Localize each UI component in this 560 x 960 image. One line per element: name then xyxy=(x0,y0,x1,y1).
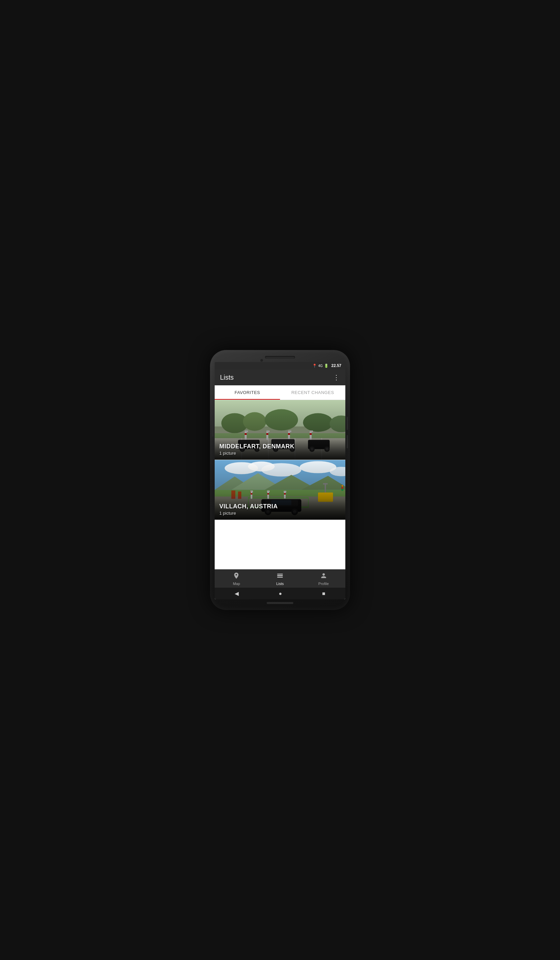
signal-icon: 4G xyxy=(318,364,323,368)
status-bar: 📍 4G 🔋 22.57 xyxy=(215,362,345,370)
power-button xyxy=(347,417,348,430)
nav-item-profile[interactable]: Profile xyxy=(302,572,345,586)
map-nav-label: Map xyxy=(233,582,240,586)
android-nav-bar: ◀ ● ■ xyxy=(215,588,345,599)
clock: 22.57 xyxy=(331,363,341,368)
profile-nav-icon xyxy=(320,572,327,580)
card-title-middelfart: MIDDELFART, DENMARK xyxy=(219,443,341,450)
battery-icon: 🔋 xyxy=(324,364,329,368)
volume-button xyxy=(212,417,213,437)
tab-favorites[interactable]: FAVORITES xyxy=(215,386,280,400)
home-button[interactable]: ● xyxy=(279,590,282,597)
card-subtitle-villach: 1 picture xyxy=(219,510,341,516)
phone-microphone xyxy=(267,602,293,604)
app-title: Lists xyxy=(220,374,234,381)
status-icons: 📍 4G 🔋 22.57 xyxy=(312,363,341,368)
volume-down-button xyxy=(347,435,348,448)
list-content: MIDDELFART, DENMARK 1 picture xyxy=(215,400,345,569)
back-button[interactable]: ◀ xyxy=(235,590,238,597)
tabs-container: FAVORITES RECENT CHANGES xyxy=(215,386,345,400)
more-menu-button[interactable]: ⋮ xyxy=(333,373,340,381)
card-overlay-villach: VILLACH, AUSTRIA 1 picture xyxy=(215,499,345,520)
card-subtitle-middelfart: 1 picture xyxy=(219,451,341,456)
speaker xyxy=(265,356,295,359)
lists-nav-icon xyxy=(276,572,284,580)
card-overlay-middelfart: MIDDELFART, DENMARK 1 picture xyxy=(215,439,345,460)
tab-recent-changes[interactable]: RECENT CHANGES xyxy=(280,386,345,400)
profile-nav-label: Profile xyxy=(318,582,329,586)
map-nav-icon xyxy=(233,572,240,580)
app-content: Lists ⋮ FAVORITES RECENT CHANGES xyxy=(215,370,345,599)
bottom-nav: Map Lists Profile xyxy=(215,569,345,588)
location-card-middelfart[interactable]: MIDDELFART, DENMARK 1 picture xyxy=(215,400,345,460)
app-header: Lists ⋮ xyxy=(215,370,345,386)
location-icon: 📍 xyxy=(312,364,317,368)
phone-device: 📍 4G 🔋 22.57 Lists ⋮ FAVORITES RECENT CH… xyxy=(210,350,350,610)
phone-screen: 📍 4G 🔋 22.57 Lists ⋮ FAVORITES RECENT CH… xyxy=(215,362,345,599)
card-title-villach: VILLACH, AUSTRIA xyxy=(219,503,341,510)
nav-item-lists[interactable]: Lists xyxy=(258,572,302,586)
front-camera xyxy=(260,359,263,362)
lists-nav-label: Lists xyxy=(276,582,284,586)
location-card-villach[interactable]: T xyxy=(215,460,345,520)
nav-item-map[interactable]: Map xyxy=(215,572,258,586)
recent-apps-button[interactable]: ■ xyxy=(322,590,325,597)
